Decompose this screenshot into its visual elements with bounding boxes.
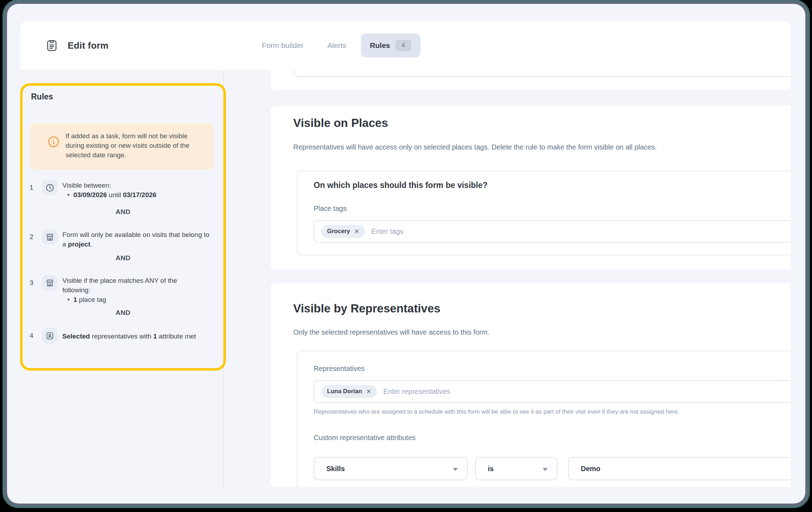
rule-text: Form will only be available on visits th… bbox=[62, 229, 214, 249]
clock-icon bbox=[42, 180, 57, 195]
section-heading: Visible by Representatives bbox=[293, 302, 441, 315]
custom-attributes-label: Custom representative attributes bbox=[314, 434, 416, 442]
tag-chip-label: Grocery bbox=[327, 228, 350, 235]
and-separator: AND bbox=[20, 254, 226, 262]
rule-text: Visible between: • 03/09/2026 until 03/1… bbox=[62, 180, 214, 200]
section-subtitle: Only the selected representatives will h… bbox=[293, 328, 490, 336]
scrolled-card-partial bbox=[271, 70, 791, 90]
tab-rules-label: Rules bbox=[370, 41, 390, 50]
rule-row-1: 1 Visible between: • 03/09/2026 until 03… bbox=[30, 180, 214, 200]
cut-off-input[interactable] bbox=[294, 70, 791, 77]
info-icon bbox=[47, 135, 60, 150]
rule-row-4: 4 Selected representatives with 1 attrib… bbox=[30, 328, 214, 343]
rule-number: 3 bbox=[30, 275, 42, 291]
representative-chip-label: Luna Dorian bbox=[327, 388, 362, 395]
section-subtitle: Representatives will have access only on… bbox=[293, 143, 657, 151]
storefront-icon bbox=[42, 229, 57, 245]
representative-chip[interactable]: Luna Dorian ✕ bbox=[321, 385, 377, 398]
visible-by-representatives-card: Visible by Representatives Only the sele… bbox=[271, 283, 791, 487]
rule-text: Selected representatives with 1 attribut… bbox=[62, 328, 214, 341]
storefront-icon bbox=[42, 275, 57, 291]
operator-select-value: is bbox=[488, 465, 494, 473]
rule-number: 1 bbox=[30, 180, 42, 195]
date-range-notice: If added as a task, form will not be vis… bbox=[30, 123, 214, 170]
rule-row-2: 2 Form will only be available on visits … bbox=[30, 229, 214, 249]
remove-representative-icon[interactable]: ✕ bbox=[366, 388, 371, 395]
page-title: Edit form bbox=[68, 40, 109, 51]
representatives-label: Representatives bbox=[314, 365, 365, 373]
attribute-value-text: Demo bbox=[581, 465, 601, 473]
panel-question: On which places should this form be visi… bbox=[314, 181, 487, 190]
attribute-value-input[interactable]: Demo bbox=[568, 457, 791, 480]
place-tags-input[interactable]: Grocery ✕ Enter tags bbox=[314, 220, 791, 243]
representatives-helper-text: Representatives who are assigned to a sc… bbox=[314, 408, 679, 415]
header-bar: Edit form Form builder Alerts Rules 4 bbox=[20, 21, 791, 70]
section-heading: Visible on Places bbox=[293, 116, 388, 130]
remove-tag-icon[interactable]: ✕ bbox=[354, 228, 359, 235]
tab-form-builder[interactable]: Form builder bbox=[262, 41, 303, 50]
rule-number: 4 bbox=[30, 328, 42, 343]
place-tags-label: Place tags bbox=[314, 205, 346, 213]
rule-text: Visible if the place matches ANY of the … bbox=[62, 275, 201, 304]
rule-row-3: 3 Visible if the place matches ANY of th… bbox=[30, 275, 201, 304]
and-separator: AND bbox=[20, 208, 226, 216]
tab-bar: Form builder Alerts Rules 4 bbox=[262, 21, 420, 70]
rule-number: 2 bbox=[30, 229, 42, 245]
app-window: Edit form Form builder Alerts Rules 4 Ru… bbox=[7, 4, 805, 504]
brand: Edit form bbox=[45, 21, 109, 70]
representatives-panel: Representatives Luna Dorian ✕ Enter repr… bbox=[297, 351, 791, 487]
notice-text: If added as a task, form will not be vis… bbox=[66, 131, 204, 160]
tab-rules[interactable]: Rules 4 bbox=[361, 33, 420, 57]
rules-count-badge: 4 bbox=[395, 40, 411, 51]
place-tags-panel: On which places should this form be visi… bbox=[297, 171, 791, 255]
person-badge-icon bbox=[42, 328, 57, 343]
representatives-input[interactable]: Luna Dorian ✕ Enter representatives bbox=[314, 380, 791, 403]
clipboard-icon bbox=[45, 39, 59, 52]
sidebar-divider bbox=[223, 70, 224, 487]
visible-on-places-card: Visible on Places Representatives will h… bbox=[271, 106, 791, 269]
tag-chip[interactable]: Grocery ✕ bbox=[321, 225, 365, 238]
tab-alerts[interactable]: Alerts bbox=[327, 41, 346, 50]
attribute-select-value: Skills bbox=[326, 465, 345, 473]
sidebar-rules-title: Rules bbox=[31, 92, 53, 102]
chevron-down-icon bbox=[453, 468, 458, 471]
chevron-down-icon bbox=[543, 468, 548, 471]
tags-placeholder: Enter tags bbox=[371, 227, 403, 236]
and-separator: AND bbox=[20, 309, 226, 317]
attribute-select[interactable]: Skills bbox=[314, 457, 468, 480]
operator-select[interactable]: is bbox=[475, 457, 558, 480]
representatives-placeholder: Enter representatives bbox=[383, 388, 450, 396]
